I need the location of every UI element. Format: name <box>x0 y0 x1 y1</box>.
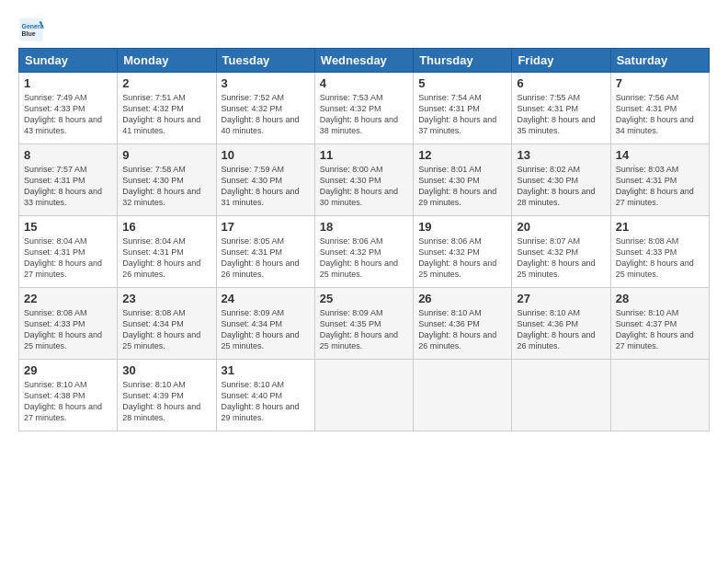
day-number: 28 <box>616 292 704 305</box>
day-number: 3 <box>222 76 310 90</box>
calendar-cell: 9Sunrise: 7:58 AMSunset: 4:30 PMDaylight… <box>118 144 216 216</box>
day-info: Sunrise: 7:59 AMSunset: 4:30 PMDaylight:… <box>222 165 300 207</box>
day-number: 29 <box>24 363 112 377</box>
calendar-cell: 4Sunrise: 7:53 AMSunset: 4:32 PMDaylight… <box>314 73 413 144</box>
day-number: 17 <box>222 220 310 234</box>
day-info: Sunrise: 7:52 AMSunset: 4:32 PMDaylight:… <box>222 93 300 135</box>
svg-rect-0 <box>19 17 42 40</box>
calendar-page: General Blue SundayMondayTuesdayWednesda… <box>0 0 728 441</box>
weekday-header: Thursday <box>414 49 512 73</box>
day-info: Sunrise: 7:54 AMSunset: 4:31 PMDaylight:… <box>418 93 496 135</box>
svg-text:Blue: Blue <box>22 30 36 37</box>
day-number: 9 <box>122 148 210 162</box>
day-number: 6 <box>517 76 605 90</box>
calendar-cell: 13Sunrise: 8:02 AMSunset: 4:30 PMDayligh… <box>512 144 610 216</box>
day-info: Sunrise: 8:10 AMSunset: 4:38 PMDaylight:… <box>24 380 102 422</box>
calendar-cell: 19Sunrise: 8:06 AMSunset: 4:32 PMDayligh… <box>414 216 512 288</box>
day-number: 2 <box>122 76 210 90</box>
day-info: Sunrise: 7:49 AMSunset: 4:33 PMDaylight:… <box>24 93 102 135</box>
day-number: 14 <box>616 148 704 162</box>
calendar-cell: 14Sunrise: 8:03 AMSunset: 4:31 PMDayligh… <box>610 144 709 216</box>
day-number: 27 <box>517 292 605 305</box>
day-info: Sunrise: 8:07 AMSunset: 4:32 PMDaylight:… <box>517 236 595 279</box>
day-info: Sunrise: 8:10 AMSunset: 4:39 PMDaylight:… <box>122 380 200 422</box>
day-info: Sunrise: 8:10 AMSunset: 4:37 PMDaylight:… <box>616 308 694 350</box>
calendar-cell: 26Sunrise: 8:10 AMSunset: 4:36 PMDayligh… <box>414 288 512 360</box>
day-number: 18 <box>320 220 408 234</box>
calendar-cell <box>414 360 512 431</box>
day-info: Sunrise: 8:04 AMSunset: 4:31 PMDaylight:… <box>122 236 200 279</box>
day-info: Sunrise: 8:09 AMSunset: 4:34 PMDaylight:… <box>222 308 300 350</box>
day-info: Sunrise: 8:09 AMSunset: 4:35 PMDaylight:… <box>320 308 398 350</box>
day-info: Sunrise: 8:05 AMSunset: 4:31 PMDaylight:… <box>222 236 300 279</box>
day-number: 16 <box>122 220 210 234</box>
calendar-cell: 16Sunrise: 8:04 AMSunset: 4:31 PMDayligh… <box>118 216 216 288</box>
day-info: Sunrise: 7:51 AMSunset: 4:32 PMDaylight:… <box>122 93 200 135</box>
day-number: 26 <box>418 292 506 305</box>
header: General Blue <box>18 17 710 42</box>
day-number: 21 <box>616 220 704 234</box>
calendar-cell: 6Sunrise: 7:55 AMSunset: 4:31 PMDaylight… <box>512 73 610 144</box>
calendar-cell: 20Sunrise: 8:07 AMSunset: 4:32 PMDayligh… <box>512 216 610 288</box>
day-info: Sunrise: 8:06 AMSunset: 4:32 PMDaylight:… <box>418 236 496 279</box>
day-number: 22 <box>24 292 112 305</box>
calendar-cell: 17Sunrise: 8:05 AMSunset: 4:31 PMDayligh… <box>216 216 314 288</box>
day-number: 25 <box>320 292 408 305</box>
calendar-cell: 18Sunrise: 8:06 AMSunset: 4:32 PMDayligh… <box>314 216 413 288</box>
calendar-cell: 15Sunrise: 8:04 AMSunset: 4:31 PMDayligh… <box>19 216 118 288</box>
day-info: Sunrise: 8:06 AMSunset: 4:32 PMDaylight:… <box>320 236 398 279</box>
day-number: 15 <box>24 220 112 234</box>
day-number: 8 <box>24 148 112 162</box>
day-info: Sunrise: 7:57 AMSunset: 4:31 PMDaylight:… <box>24 165 102 207</box>
calendar-cell: 30Sunrise: 8:10 AMSunset: 4:39 PMDayligh… <box>118 360 216 431</box>
day-number: 11 <box>320 148 408 162</box>
calendar-cell: 25Sunrise: 8:09 AMSunset: 4:35 PMDayligh… <box>314 288 413 360</box>
day-info: Sunrise: 8:02 AMSunset: 4:30 PMDaylight:… <box>517 165 595 207</box>
calendar-cell <box>512 360 610 431</box>
day-info: Sunrise: 7:56 AMSunset: 4:31 PMDaylight:… <box>616 93 694 135</box>
day-number: 20 <box>517 220 605 234</box>
calendar-cell: 2Sunrise: 7:51 AMSunset: 4:32 PMDaylight… <box>118 73 216 144</box>
calendar-cell: 23Sunrise: 8:08 AMSunset: 4:34 PMDayligh… <box>118 288 216 360</box>
day-number: 31 <box>222 363 310 377</box>
calendar-cell: 31Sunrise: 8:10 AMSunset: 4:40 PMDayligh… <box>216 360 314 431</box>
day-number: 1 <box>24 76 112 90</box>
day-info: Sunrise: 7:55 AMSunset: 4:31 PMDaylight:… <box>517 93 595 135</box>
day-number: 13 <box>517 148 605 162</box>
day-number: 23 <box>122 292 210 305</box>
day-info: Sunrise: 8:01 AMSunset: 4:30 PMDaylight:… <box>418 165 496 207</box>
logo: General Blue <box>18 17 48 42</box>
day-info: Sunrise: 8:08 AMSunset: 4:33 PMDaylight:… <box>616 236 694 279</box>
calendar-cell: 28Sunrise: 8:10 AMSunset: 4:37 PMDayligh… <box>610 288 709 360</box>
day-number: 19 <box>418 220 506 234</box>
day-number: 30 <box>122 363 210 377</box>
calendar-cell <box>314 360 413 431</box>
calendar-cell: 24Sunrise: 8:09 AMSunset: 4:34 PMDayligh… <box>216 288 314 360</box>
calendar-cell: 22Sunrise: 8:08 AMSunset: 4:33 PMDayligh… <box>19 288 118 360</box>
calendar-cell: 1Sunrise: 7:49 AMSunset: 4:33 PMDaylight… <box>19 73 118 144</box>
day-info: Sunrise: 8:03 AMSunset: 4:31 PMDaylight:… <box>616 165 694 207</box>
weekday-header: Monday <box>118 49 216 73</box>
day-number: 7 <box>616 76 704 90</box>
calendar-cell: 10Sunrise: 7:59 AMSunset: 4:30 PMDayligh… <box>216 144 314 216</box>
day-info: Sunrise: 8:10 AMSunset: 4:36 PMDaylight:… <box>517 308 595 350</box>
day-number: 4 <box>320 76 408 90</box>
calendar-cell: 7Sunrise: 7:56 AMSunset: 4:31 PMDaylight… <box>610 73 709 144</box>
calendar-cell: 12Sunrise: 8:01 AMSunset: 4:30 PMDayligh… <box>414 144 512 216</box>
day-info: Sunrise: 8:08 AMSunset: 4:34 PMDaylight:… <box>122 308 200 350</box>
day-info: Sunrise: 8:10 AMSunset: 4:36 PMDaylight:… <box>418 308 496 350</box>
day-number: 10 <box>222 148 310 162</box>
calendar-cell: 8Sunrise: 7:57 AMSunset: 4:31 PMDaylight… <box>19 144 118 216</box>
day-number: 5 <box>418 76 506 90</box>
weekday-header: Saturday <box>610 49 709 73</box>
calendar-table: SundayMondayTuesdayWednesdayThursdayFrid… <box>18 48 710 431</box>
calendar-cell: 5Sunrise: 7:54 AMSunset: 4:31 PMDaylight… <box>414 73 512 144</box>
calendar-cell: 29Sunrise: 8:10 AMSunset: 4:38 PMDayligh… <box>19 360 118 431</box>
day-info: Sunrise: 8:10 AMSunset: 4:40 PMDaylight:… <box>222 380 300 422</box>
weekday-header: Tuesday <box>216 49 314 73</box>
day-info: Sunrise: 8:00 AMSunset: 4:30 PMDaylight:… <box>320 165 398 207</box>
day-info: Sunrise: 8:04 AMSunset: 4:31 PMDaylight:… <box>24 236 102 279</box>
day-number: 24 <box>222 292 310 305</box>
calendar-cell: 11Sunrise: 8:00 AMSunset: 4:30 PMDayligh… <box>314 144 413 216</box>
weekday-header: Friday <box>512 49 610 73</box>
